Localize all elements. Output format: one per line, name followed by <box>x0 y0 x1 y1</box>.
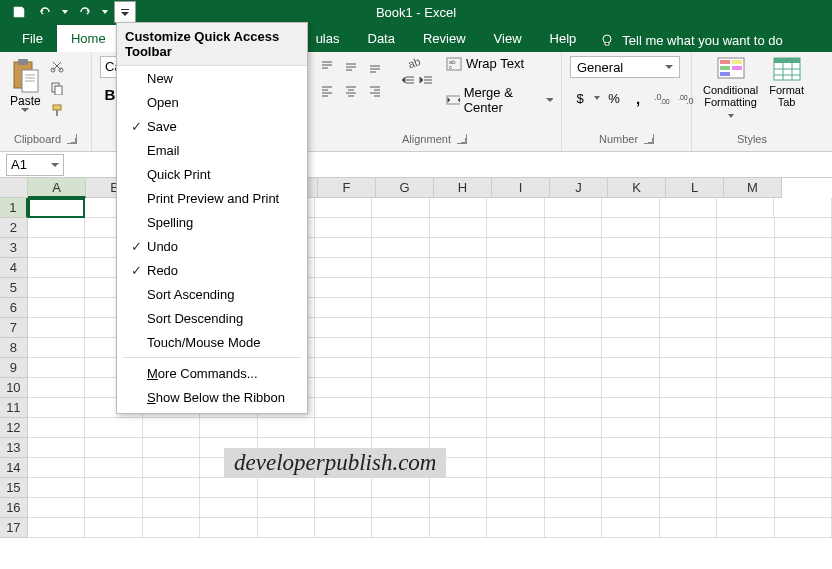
currency-button[interactable]: $ <box>570 88 590 108</box>
undo-dropdown-icon[interactable] <box>60 1 70 23</box>
cell[interactable] <box>717 458 774 478</box>
align-bottom-button[interactable] <box>364 56 386 78</box>
cell[interactable] <box>602 438 659 458</box>
cell[interactable] <box>85 438 142 458</box>
col-header[interactable]: K <box>608 178 666 198</box>
cell[interactable] <box>28 338 85 358</box>
cell[interactable] <box>430 358 487 378</box>
cell[interactable] <box>487 338 544 358</box>
cell[interactable] <box>487 438 544 458</box>
cell[interactable] <box>660 478 717 498</box>
row-header[interactable]: 6 <box>0 298 28 318</box>
cell[interactable] <box>28 438 85 458</box>
row-header[interactable]: 4 <box>0 258 28 278</box>
cell[interactable] <box>660 418 717 438</box>
col-header[interactable]: L <box>666 178 724 198</box>
cell[interactable] <box>545 438 602 458</box>
cut-button[interactable] <box>47 56 67 76</box>
cell[interactable] <box>487 198 544 218</box>
menu-item-save[interactable]: ✓Save <box>117 114 307 138</box>
cell[interactable] <box>487 518 544 538</box>
cell[interactable] <box>315 398 372 418</box>
increase-indent-button[interactable] <box>418 74 434 88</box>
menu-item-touch-mouse-mode[interactable]: Touch/Mouse Mode <box>117 330 307 354</box>
cell[interactable] <box>315 218 372 238</box>
cell[interactable] <box>28 458 85 478</box>
cell[interactable] <box>430 338 487 358</box>
cell[interactable] <box>660 318 717 338</box>
cell[interactable] <box>315 518 372 538</box>
cell[interactable] <box>775 358 832 378</box>
cell[interactable] <box>315 318 372 338</box>
cell[interactable] <box>372 418 429 438</box>
cell[interactable] <box>372 238 429 258</box>
cell[interactable] <box>258 418 315 438</box>
cell[interactable] <box>487 238 544 258</box>
cell[interactable] <box>85 458 142 478</box>
cell[interactable] <box>28 318 85 338</box>
cell[interactable] <box>775 238 832 258</box>
cell[interactable] <box>430 378 487 398</box>
cell[interactable] <box>200 478 257 498</box>
cell[interactable] <box>487 418 544 438</box>
col-header[interactable]: G <box>376 178 434 198</box>
align-middle-button[interactable] <box>340 56 362 78</box>
cell[interactable] <box>545 478 602 498</box>
cell[interactable] <box>602 458 659 478</box>
undo-icon[interactable] <box>34 1 56 23</box>
increase-decimal-button[interactable]: .0.00 <box>652 88 672 108</box>
cell[interactable] <box>28 218 85 238</box>
cell[interactable] <box>660 458 717 478</box>
cell[interactable] <box>602 338 659 358</box>
number-launcher[interactable] <box>644 134 654 144</box>
align-top-button[interactable] <box>316 56 338 78</box>
cell[interactable] <box>315 238 372 258</box>
customize-qat-button[interactable] <box>114 1 136 23</box>
cell[interactable] <box>602 498 659 518</box>
tab-file[interactable]: File <box>8 25 57 52</box>
cell[interactable] <box>775 258 832 278</box>
cell[interactable] <box>430 278 487 298</box>
cell[interactable] <box>602 398 659 418</box>
cell[interactable] <box>143 518 200 538</box>
cell[interactable] <box>430 258 487 278</box>
cell[interactable] <box>143 438 200 458</box>
cell[interactable] <box>372 478 429 498</box>
cell[interactable] <box>143 418 200 438</box>
cell[interactable] <box>487 298 544 318</box>
row-header[interactable]: 2 <box>0 218 28 238</box>
cell[interactable] <box>545 518 602 538</box>
row-header[interactable]: 12 <box>0 418 28 438</box>
cell[interactable] <box>602 358 659 378</box>
cell[interactable] <box>28 278 85 298</box>
number-format-box[interactable]: General <box>570 56 680 78</box>
cell[interactable] <box>430 398 487 418</box>
cell[interactable] <box>660 238 717 258</box>
row-header[interactable]: 1 <box>0 198 28 218</box>
cell[interactable] <box>372 218 429 238</box>
col-header[interactable]: M <box>724 178 782 198</box>
cell[interactable] <box>717 418 774 438</box>
cell[interactable] <box>775 478 832 498</box>
cell[interactable] <box>28 418 85 438</box>
menu-item-quick-print[interactable]: Quick Print <box>117 162 307 186</box>
cell[interactable] <box>28 518 85 538</box>
cell[interactable] <box>602 258 659 278</box>
cell[interactable] <box>372 198 429 218</box>
menu-item-spelling[interactable]: Spelling <box>117 210 307 234</box>
tab-view[interactable]: View <box>480 25 536 52</box>
save-icon[interactable] <box>8 1 30 23</box>
cell[interactable] <box>487 478 544 498</box>
cell[interactable] <box>372 518 429 538</box>
cell[interactable] <box>717 438 774 458</box>
cell[interactable] <box>660 278 717 298</box>
cell[interactable] <box>28 198 85 218</box>
cell[interactable] <box>85 498 142 518</box>
cell[interactable] <box>545 218 602 238</box>
cell[interactable] <box>717 358 774 378</box>
cell[interactable] <box>602 418 659 438</box>
format-painter-button[interactable] <box>47 100 67 120</box>
menu-more-commands[interactable]: More Commands... <box>117 361 307 385</box>
cell[interactable] <box>602 518 659 538</box>
cell[interactable] <box>602 378 659 398</box>
